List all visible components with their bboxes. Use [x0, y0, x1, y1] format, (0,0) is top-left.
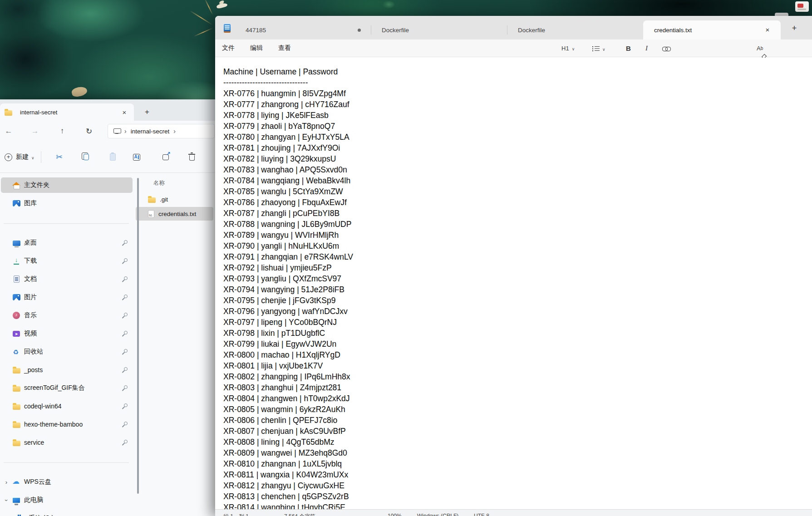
pin-icon: [122, 295, 128, 300]
breadcrumb[interactable]: internal-secret: [131, 128, 170, 135]
paste-button[interactable]: [103, 148, 123, 166]
sidebar-item-hexo-theme[interactable]: hexo-theme-bamboo: [1, 417, 133, 432]
folder-icon: [5, 110, 12, 116]
clear-formatting-button[interactable]: Ab: [757, 39, 763, 57]
sidebar-item-home[interactable]: 主文件夹: [1, 177, 133, 193]
close-tab-icon[interactable]: ×: [119, 108, 129, 116]
sidebar-item-label: 系统 (C:): [29, 514, 54, 516]
editor-tabstrip: 447185DockerfileDockerfilecredentials.tx…: [215, 16, 812, 39]
link-button[interactable]: [662, 39, 670, 57]
rename-button[interactable]: [126, 148, 147, 166]
credential-line: XR-0802 | zhangping | IPq6LmHh8x: [223, 371, 810, 382]
credential-line: XR-0778 | liying | JKe5lFEasb: [223, 110, 810, 121]
editor-tab-dockerfile[interactable]: Dockerfile: [507, 20, 643, 39]
italic-button[interactable]: I: [645, 39, 648, 57]
menu-view[interactable]: 查看: [278, 44, 291, 52]
menu-edit[interactable]: 编辑: [250, 44, 263, 52]
sidebar-item-pictures[interactable]: 图片: [1, 290, 133, 305]
file-row[interactable]: credentials.txt: [136, 207, 213, 221]
explorer-tab-internal-secret[interactable]: internal-secret ×: [0, 103, 134, 121]
text-editor-content[interactable]: Machine | Username | Password ----------…: [215, 58, 812, 509]
sidebar-item-music[interactable]: 音乐: [1, 308, 133, 323]
editor-tab-credentials-txt[interactable]: credentials.txt×: [643, 20, 781, 39]
new-tab-button[interactable]: +: [788, 22, 801, 35]
wallpaper-gold-crack: [190, 10, 212, 25]
share-button[interactable]: [155, 148, 176, 166]
sidebar-item-desktop[interactable]: 桌面: [1, 235, 133, 251]
status-cursor-position: 行 1、列 1: [223, 513, 249, 516]
sidebar-item-wps-cloud[interactable]: WPS云盘: [1, 474, 133, 490]
folder-icon: [13, 423, 20, 428]
address-bar[interactable]: internal-secret: [108, 124, 215, 138]
editor-tab-447185[interactable]: 447185: [235, 20, 371, 39]
sidebar-item-gallery[interactable]: 图库: [1, 196, 133, 211]
copy-button[interactable]: [76, 148, 97, 166]
list-style-button[interactable]: [592, 39, 605, 57]
sidebar-item-videos[interactable]: 视频: [1, 326, 133, 341]
credential-line: XR-0783 | wanghao | APQ5Sxvd0n: [223, 164, 810, 175]
wallpaper-blob: [71, 86, 88, 98]
music-icon: [13, 312, 20, 319]
new-tab-button[interactable]: +: [141, 106, 153, 118]
pin-icon: [122, 367, 128, 373]
credential-line: XR-0789 | wangyu | WVIrHMljRh: [223, 230, 810, 241]
pin-icon: [122, 258, 128, 264]
credential-line: XR-0794 | wangying | 51Je2P8iFB: [223, 284, 810, 295]
menu-file[interactable]: 文件: [222, 44, 235, 52]
document-icon: [14, 275, 20, 283]
sidebar-item-screentogif[interactable]: screenToGif_GIF集合: [1, 380, 133, 396]
cut-button[interactable]: [49, 148, 70, 166]
credential-line: XR-0803 | zhanghui | Z4mjpzt281: [223, 382, 810, 393]
credential-line: XR-0780 | zhangyan | EyHJTxY5LA: [223, 132, 810, 143]
sidebar-item-system-c[interactable]: 系统 (C:): [5, 511, 133, 516]
credential-line: XR-0787 | zhangli | pCuPEbYI8B: [223, 208, 810, 219]
folder-icon: [13, 386, 20, 392]
sidebar-item-documents[interactable]: 文档: [1, 271, 133, 287]
new-button[interactable]: 新建: [5, 153, 34, 161]
refresh-icon[interactable]: ↻: [81, 127, 97, 136]
editor-tab-dockerfile[interactable]: Dockerfile: [371, 20, 507, 39]
chevron-right-icon[interactable]: [169, 127, 180, 135]
forward-icon[interactable]: →: [27, 127, 43, 136]
sidebar-item-posts[interactable]: _posts: [1, 362, 133, 378]
credential-line: XR-0790 | yangli | hNuHLKxU6m: [223, 241, 810, 251]
sidebar-item-recycle-bin[interactable]: 回收站: [1, 344, 133, 359]
credential-line: XR-0779 | zhaoli | bYaT8pnoQ7: [223, 121, 810, 132]
explorer-toolbar: 新建: [0, 142, 215, 173]
credential-line: XR-0776 | huangmin | 8I5VZpg4Mf: [223, 88, 810, 99]
sidebar-item-downloads[interactable]: 下载: [1, 253, 133, 269]
explorer-tab-title: internal-secret: [20, 109, 119, 116]
credential-line: XR-0785 | wanglu | 5CtYa9XmZW: [223, 186, 810, 197]
credential-line: XR-0805 | wangmin | 6ykzR2AuKh: [223, 404, 810, 415]
up-icon[interactable]: ↑: [54, 127, 70, 136]
sidebar-item-label: 此电脑: [24, 496, 43, 504]
column-header-name[interactable]: 名称: [134, 177, 215, 192]
sidebar-item-this-pc[interactable]: 此电脑: [1, 492, 133, 508]
close-tab-icon[interactable]: ×: [763, 25, 773, 35]
chevron-right-icon[interactable]: [1, 479, 12, 486]
credential-line: XR-0784 | wangqiang | WebaBkv4lh: [223, 175, 810, 186]
file-name: credentials.txt: [158, 211, 196, 217]
bold-button[interactable]: B: [626, 39, 631, 57]
trash-icon: [189, 155, 195, 161]
sidebar-item-service[interactable]: service: [1, 435, 133, 450]
credential-line: XR-0807 | chenjuan | kAsC9UvBfP: [223, 426, 810, 437]
pin-icon: [122, 385, 128, 391]
pin-icon: [122, 403, 128, 409]
share-icon: [162, 154, 169, 160]
desktop-shortcut-icon[interactable]: [795, 1, 809, 12]
sidebar-item-label: WPS云盘: [24, 478, 51, 486]
gallery-icon: [13, 200, 20, 206]
paste-icon: [110, 153, 116, 161]
chevron-right-icon[interactable]: [120, 127, 131, 135]
toolbar-divider: [41, 151, 41, 163]
delete-button[interactable]: [182, 148, 202, 166]
sidebar-item-codeql[interactable]: codeql-win64: [1, 398, 133, 414]
back-icon[interactable]: ←: [1, 127, 16, 136]
heading-style-button[interactable]: H1: [561, 39, 575, 57]
sidebar-scrollbar[interactable]: [137, 178, 139, 494]
file-row[interactable]: .git: [136, 192, 213, 206]
file-name: .git: [160, 196, 168, 203]
chevron-down-icon[interactable]: [1, 497, 12, 504]
tab-label: credentials.txt: [654, 27, 692, 34]
